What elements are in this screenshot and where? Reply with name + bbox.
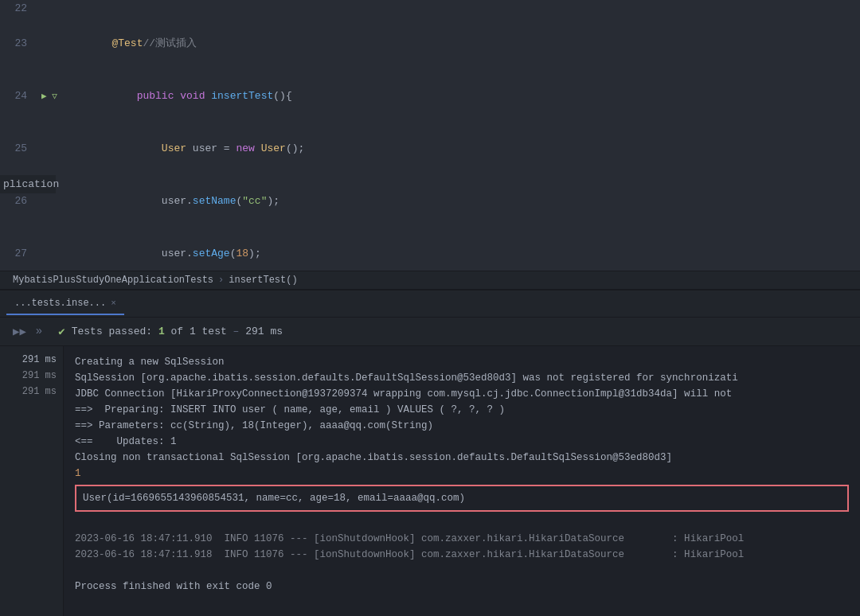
code-line: 25 User user = new User(); bbox=[0, 123, 860, 175]
test-tab-active[interactable]: ...tests.inse... × bbox=[6, 293, 124, 315]
log-line: ==> Parameters: cc(String), 18(Integer),… bbox=[75, 418, 849, 434]
test-result-text: Tests passed: 1 of 1 test – 291 ms bbox=[72, 326, 283, 337]
code-line: 23 @Test//测试插入 bbox=[0, 18, 860, 70]
line-content: User user = new User(); bbox=[59, 123, 860, 175]
test-duration: 291 ms bbox=[245, 326, 283, 337]
test-panel: ...tests.inse... × ▶▶ » ✔ Tests passed: … bbox=[0, 289, 860, 616]
log-line-info-2: 2023-06-16 18:47:11.918 INFO 11076 --- [… bbox=[75, 547, 849, 563]
passed-label: Tests passed: bbox=[72, 326, 152, 337]
test-tab-label: ...tests.inse... bbox=[14, 298, 106, 309]
code-editor: 22 23 @Test//测试插入 24 ▶ ▽ public void ins… bbox=[0, 0, 860, 271]
code-line: 26 user.setName("cc"); bbox=[0, 175, 860, 228]
log-output: Creating a new SqlSession SqlSession [or… bbox=[64, 346, 860, 616]
breadcrumb: MybatisPlusStudyOneApplicationTests › in… bbox=[0, 271, 860, 289]
left-panel-label: plication bbox=[0, 175, 56, 193]
line-number: 24 bbox=[0, 88, 40, 105]
breadcrumb-class: MybatisPlusStudyOneApplicationTests bbox=[13, 275, 213, 286]
main-content: 291 ms 291 ms 291 ms Creating a new SqlS… bbox=[0, 346, 860, 616]
line-content: user.setName("cc"); bbox=[59, 175, 860, 228]
duration-item: 291 ms bbox=[0, 353, 63, 367]
test-pass-icon: ✔ bbox=[58, 325, 64, 338]
log-line-number: 1 bbox=[75, 466, 849, 481]
log-line-closing: Closing non transactional SqlSession [or… bbox=[75, 450, 849, 466]
duration-item: 291 ms bbox=[0, 384, 63, 399]
more-options-button[interactable]: » bbox=[33, 323, 45, 340]
code-line: 24 ▶ ▽ public void insertTest(){ bbox=[0, 70, 860, 123]
line-content: @Test//测试插入 bbox=[59, 18, 860, 70]
code-line: 22 bbox=[0, 0, 860, 18]
toolbar-icons: ▶▶ » bbox=[10, 323, 45, 340]
left-duration-panel: 291 ms 291 ms 291 ms bbox=[0, 346, 64, 616]
log-line-spacer bbox=[75, 515, 849, 531]
log-line-user-object: User(id=1669655143960854531, name=cc, ag… bbox=[75, 485, 849, 512]
line-number: 23 bbox=[0, 35, 40, 53]
log-line: <== Updates: 1 bbox=[75, 434, 849, 450]
log-line-info-1: 2023-06-16 18:47:11.910 INFO 11076 --- [… bbox=[75, 531, 849, 547]
log-line: Creating a new SqlSession bbox=[75, 354, 849, 370]
log-line: SqlSession [org.apache.ibatis.session.de… bbox=[75, 370, 849, 386]
line-content: user.setAge(18); bbox=[59, 228, 860, 271]
code-lines: 22 23 @Test//测试插入 24 ▶ ▽ public void ins… bbox=[0, 0, 860, 271]
code-line: 27 user.setAge(18); bbox=[0, 228, 860, 271]
log-line-spacer bbox=[75, 563, 849, 579]
line-number: 27 bbox=[0, 245, 40, 263]
rerun-button[interactable]: ▶▶ bbox=[10, 323, 29, 340]
breadcrumb-separator: › bbox=[218, 275, 224, 286]
log-line: JDBC Connection [HikariProxyConnection@1… bbox=[75, 386, 849, 402]
line-number: 25 bbox=[0, 140, 40, 158]
duration-item: 291 ms bbox=[0, 368, 63, 383]
test-tab-bar: ...tests.inse... × bbox=[0, 290, 860, 318]
log-line-exit: Process finished with exit code 0 bbox=[75, 579, 849, 595]
log-line: ==> Preparing: INSERT INTO user ( name, … bbox=[75, 402, 849, 418]
line-gutter: ▶ ▽ bbox=[40, 88, 59, 105]
dash: – bbox=[233, 326, 246, 337]
line-content: public void insertTest(){ bbox=[59, 70, 860, 123]
close-tab-button[interactable]: × bbox=[111, 298, 116, 308]
line-number: 26 bbox=[0, 193, 40, 210]
breadcrumb-method: insertTest() bbox=[229, 275, 297, 286]
of-label: of 1 test bbox=[171, 326, 227, 337]
toolbar-row: ▶▶ » ✔ Tests passed: 1 of 1 test – 291 m… bbox=[0, 318, 860, 346]
line-number: 22 bbox=[0, 0, 40, 18]
passed-count: 1 bbox=[158, 326, 165, 337]
